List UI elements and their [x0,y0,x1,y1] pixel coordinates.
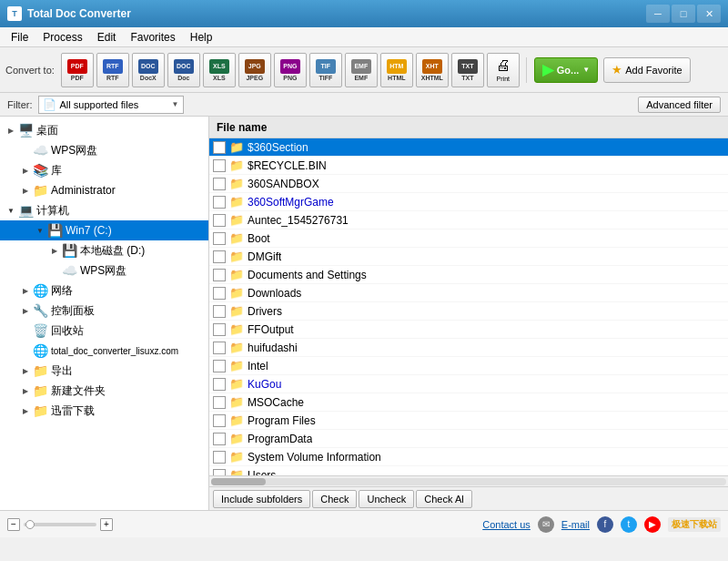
contact-us-link[interactable]: Contact us [482,519,531,530]
uncheck-button[interactable]: Uncheck [359,490,414,508]
menu-help[interactable]: Help [183,28,220,46]
format-xls-button[interactable]: XLS XLS [203,53,236,87]
facebook-icon[interactable]: f [597,516,613,533]
include-subfolders-button[interactable]: Include subfolders [213,490,310,508]
file-header: File name [209,117,728,138]
menu-edit[interactable]: Edit [90,28,124,46]
file-checkbox[interactable] [213,159,226,172]
youtube-icon[interactable]: ▶ [644,516,661,533]
file-checkbox[interactable] [213,305,226,318]
tree-item-wps-cloud[interactable]: ☁️ WPS网盘 [0,140,208,160]
file-checkbox[interactable] [213,214,226,227]
format-txt-button[interactable]: TXT TXT [451,53,484,87]
filter-select[interactable]: 📄 All supported files ▼ [38,96,184,114]
file-row[interactable]: 📁ProgramData [209,430,728,448]
file-checkbox[interactable] [213,250,226,263]
file-row[interactable]: 📁Auntec_1545276731 [209,211,728,230]
tree-item-control[interactable]: ▶ 🔧 控制面板 [0,301,208,321]
format-html-button[interactable]: HTM HTML [380,53,413,87]
tree-item-computer[interactable]: ▼ 💻 计算机 [0,200,208,220]
file-row[interactable]: 📁360SANDBOX [209,175,728,193]
file-row[interactable]: 📁Downloads [209,284,728,302]
slider-thumb[interactable] [25,520,35,529]
format-png-button[interactable]: PNG PNG [274,53,307,87]
email-icon[interactable]: ✉ [538,516,554,533]
file-checkbox[interactable] [213,414,226,427]
menu-favorites[interactable]: Favorites [123,28,182,46]
status-bar: − + Contact us ✉ E-mail f t ▶ 极速下载站 [0,510,728,537]
file-checkbox[interactable] [213,196,226,209]
file-checkbox[interactable] [213,342,226,354]
file-row[interactable]: 📁Boot [209,230,728,248]
file-checkbox[interactable] [213,287,226,300]
menu-process[interactable]: Process [35,28,89,46]
file-row[interactable]: 📁Users [209,466,728,475]
file-scrollbar-x[interactable] [209,475,728,486]
zoom-slider[interactable]: − + [7,518,113,531]
file-checkbox[interactable] [213,360,226,372]
go-button[interactable]: ▶ Go... ▼ [534,57,598,83]
tree-item-recycle[interactable]: 🗑️ 回收站 [0,321,208,341]
check-button[interactable]: Check [312,490,357,508]
print-button[interactable]: 🖨 Print [487,53,520,87]
tree-item-thunder[interactable]: ▶ 📁 迅雷下载 [0,401,208,421]
format-pdf-button[interactable]: PDF PDF [61,53,94,87]
tree-item-wps-cloud2[interactable]: ☁️ WPS网盘 [0,260,208,280]
add-favorite-button[interactable]: ★ Add Favorite [603,57,690,83]
format-rtf-button[interactable]: RTF RTF [96,53,129,87]
file-row[interactable]: 📁KuGou [209,375,728,393]
convert-label: Convert to: [5,65,55,76]
tree-item-library[interactable]: ▶ 📚 库 [0,160,208,180]
file-row[interactable]: 📁$360Section [209,138,728,157]
format-doc-button[interactable]: DOC Doc [167,53,200,87]
file-row[interactable]: 📁FFOutput [209,321,728,339]
tree-item-total-site[interactable]: 🌐 total_doc_converter_lisuxz.com [0,341,208,361]
scrollbar-thumb[interactable] [211,478,266,485]
tree-item-network[interactable]: ▶ 🌐 网络 [0,280,208,301]
tree-item-local-d[interactable]: ▶ 💾 本地磁盘 (D:) [0,240,208,260]
file-checkbox[interactable] [213,232,226,245]
format-tiff-button[interactable]: TIF TIFF [309,53,342,87]
twitter-icon[interactable]: t [621,516,637,533]
tree-item-administrator[interactable]: ▶ 📁 Administrator [0,180,208,200]
file-row[interactable]: 📁$RECYCLE.BIN [209,157,728,175]
file-row[interactable]: 📁Documents and Settings [209,266,728,284]
file-row[interactable]: 📁Program Files [209,412,728,430]
file-checkbox[interactable] [213,451,226,464]
format-emf-button[interactable]: EMF EMF [345,53,378,87]
tree-item-win7c[interactable]: ▼ 💾 Win7 (C:) [0,220,208,240]
menu-file[interactable]: File [4,28,35,46]
zoom-plus-button[interactable]: + [100,518,113,531]
minimize-button[interactable]: ─ [646,5,670,23]
email-link[interactable]: E-mail [561,519,590,530]
file-row[interactable]: 📁MSOCache [209,393,728,412]
file-row[interactable]: 📁System Volume Information [209,448,728,466]
docx-icon: DOC [138,59,158,74]
file-checkbox[interactable] [213,469,226,476]
close-button[interactable]: ✕ [697,5,721,23]
zoom-minus-button[interactable]: − [7,518,20,531]
format-jpeg-button[interactable]: JPG JPEG [238,53,271,87]
maximize-button[interactable]: □ [672,5,695,23]
tree-item-desktop[interactable]: ▶ 🖥️ 桌面 [0,120,208,140]
file-row[interactable]: 📁huifudashi [209,339,728,357]
tree-item-newfolder[interactable]: ▶ 📁 新建文件夹 [0,381,208,401]
file-checkbox[interactable] [213,141,226,154]
file-row[interactable]: 📁Drivers [209,302,728,321]
file-row[interactable]: 📁DMGift [209,248,728,266]
advanced-filter-button[interactable]: Advanced filter [638,97,721,113]
file-checkbox[interactable] [213,433,226,445]
file-checkbox[interactable] [213,378,226,391]
file-row[interactable]: 📁360SoftMgrGame [209,193,728,211]
check-all-button[interactable]: Check Al [416,490,471,508]
file-row[interactable]: 📁Intel [209,357,728,375]
file-checkbox[interactable] [213,323,226,336]
file-checkbox[interactable] [213,178,226,190]
file-checkbox[interactable] [213,396,226,409]
tree-item-export[interactable]: ▶ 📁 导出 [0,361,208,381]
format-docx-button[interactable]: DOC DocX [132,53,165,87]
file-checkbox[interactable] [213,269,226,281]
folder-icon: 📁 [229,304,244,318]
bottom-bar: Include subfolders Check Uncheck Check A… [209,486,728,510]
format-xhtml-button[interactable]: XHT XHTML [416,53,449,87]
